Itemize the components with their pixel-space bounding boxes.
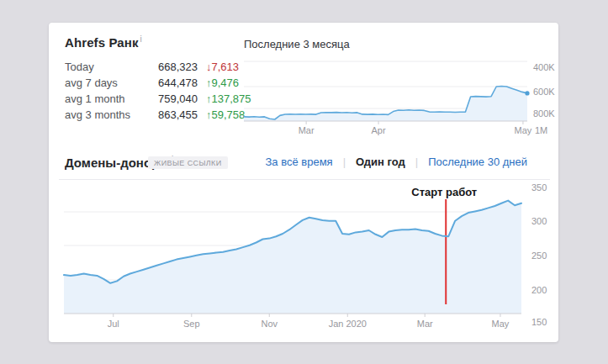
y-axis-label: 300 <box>531 216 547 226</box>
donor-domains-chart: Старт работJulSepNovJan 2020MarMay350300… <box>49 179 558 340</box>
stat-value: 759,040 <box>149 92 198 105</box>
x-axis-label: Mar <box>417 319 433 329</box>
table-row: avg 7 days 644,478 ↑9,476 <box>65 76 267 92</box>
y-axis-label: 400K <box>533 62 555 72</box>
stat-value: 668,323 <box>149 61 198 73</box>
stat-delta: ↓7,613 <box>206 61 239 73</box>
end-dot <box>525 91 529 95</box>
x-axis-label: Jan 2020 <box>329 319 367 329</box>
tab-separator: | <box>343 156 346 168</box>
table-row: Today 668,323 ↓7,613 <box>65 61 267 76</box>
y-axis-label: 250 <box>531 251 547 261</box>
y-axis-bottom-label: 1M <box>535 125 547 135</box>
stat-value: 644,478 <box>149 76 198 89</box>
tab-one-year[interactable]: Один год <box>356 156 405 168</box>
y-axis-label: 200 <box>531 285 547 295</box>
stat-label: avg 7 days <box>65 76 149 89</box>
stat-value: 863,455 <box>149 108 198 121</box>
x-axis-label: Apr <box>372 125 386 135</box>
chart-area <box>64 201 521 314</box>
x-axis-label: Jul <box>108 319 119 329</box>
table-row: avg 1 month 759,040 ↑137,875 <box>65 92 267 108</box>
ahrefs-overview-card: Ahrefs Ранкi Today 668,323 ↓7,613 avg 7 … <box>49 23 558 342</box>
y-axis-label: 150 <box>531 317 547 327</box>
x-axis-label: Sep <box>183 319 200 329</box>
period-tabs: За всё время | Один год | Последние 30 д… <box>266 156 528 168</box>
tab-all-time[interactable]: За всё время <box>266 156 333 168</box>
x-axis-label: Mar <box>299 125 315 135</box>
stat-label: Today <box>65 61 149 73</box>
x-axis-label: Nov <box>261 319 278 329</box>
table-row: avg 3 months 863,455 ↑59,758 <box>65 108 267 124</box>
page-background: Ahrefs Ранкi Today 668,323 ↓7,613 avg 7 … <box>0 0 608 364</box>
tab-last-30-days[interactable]: Последние 30 дней <box>428 156 527 168</box>
live-links-badge: ЖИВЫЕ ССЫЛКИ <box>148 156 228 169</box>
tab-separator: | <box>415 156 418 168</box>
x-axis-label: May <box>492 319 510 329</box>
chart-area <box>244 87 527 122</box>
annotation-label: Старт работ <box>411 186 477 198</box>
rank-stats-table: Today 668,323 ↓7,613 avg 7 days 644,478 … <box>65 61 267 124</box>
y-axis-label: 600K <box>533 87 555 97</box>
stat-label: avg 3 months <box>65 108 149 121</box>
y-axis-label: 800K <box>533 108 555 119</box>
stat-delta: ↑59,758 <box>206 108 245 121</box>
stat-delta: ↑9,476 <box>206 76 239 89</box>
stat-label: avg 1 month <box>65 92 149 105</box>
ahrefs-rank-title: Ahrefs Ранкi <box>65 34 142 50</box>
y-axis-label: 350 <box>531 182 547 193</box>
rank-mini-chart: MarAprMay400K600K800K1M <box>242 49 558 143</box>
ahrefs-rank-title-text: Ahrefs Ранк <box>65 35 139 50</box>
x-axis-label: May <box>515 125 532 135</box>
info-icon[interactable]: i <box>140 34 142 44</box>
